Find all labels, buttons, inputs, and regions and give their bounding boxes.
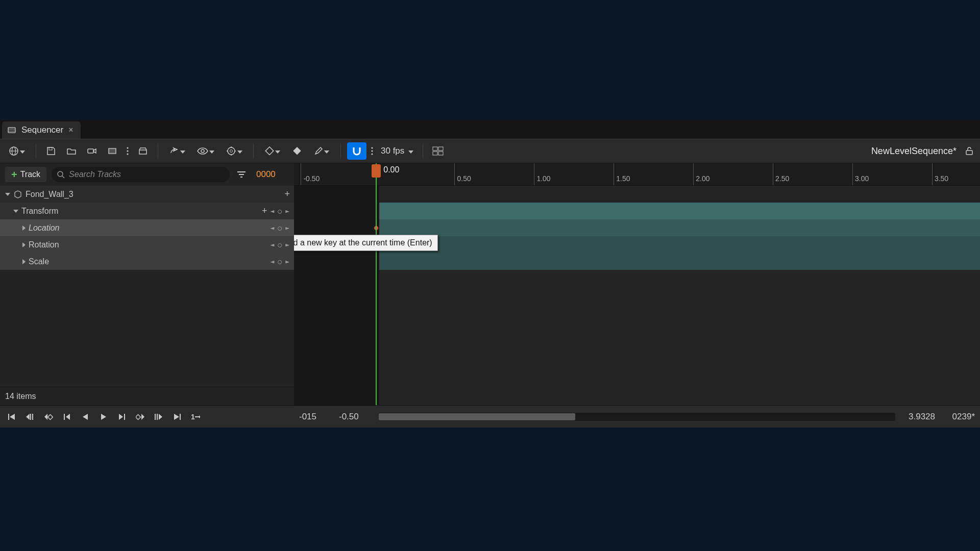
add-track-to-object-button[interactable]: + (284, 189, 290, 199)
range-scrollbar[interactable] (379, 413, 895, 421)
svg-rect-26 (433, 147, 437, 151)
transport-bar: 1 -015 -0.50 3.9328 0239* (0, 405, 980, 428)
range-bar: -015 -0.50 3.9328 0239* (294, 412, 980, 422)
tab-bar: Sequencer × (0, 120, 980, 139)
render-button[interactable] (104, 142, 121, 160)
expander-icon[interactable] (13, 210, 18, 213)
goto-start-button[interactable] (4, 409, 19, 424)
next-key-button[interactable]: ► (285, 224, 290, 232)
search-input[interactable] (69, 170, 225, 179)
svg-rect-7 (88, 149, 93, 153)
svg-rect-49 (136, 414, 140, 419)
prev-key-button[interactable]: ◄ (271, 241, 275, 248)
add-track-label: Track (20, 170, 40, 179)
camera-button[interactable] (83, 142, 101, 160)
ruler-tick: 1.50 (614, 163, 614, 185)
chevron-down-icon (408, 146, 413, 156)
chevron-down-icon (180, 146, 185, 156)
svg-rect-8 (109, 148, 116, 154)
step-forward-button[interactable] (114, 409, 130, 424)
lock-button[interactable] (963, 144, 976, 158)
tab-close-button[interactable]: × (68, 126, 73, 135)
transform-lane[interactable] (294, 203, 980, 219)
add-track-button[interactable]: + Track (5, 167, 46, 182)
object-row[interactable]: Fond_Wall_3 + (0, 186, 294, 203)
chevron-down-icon (209, 146, 214, 156)
svg-text:1: 1 (191, 413, 195, 420)
svg-point-23 (371, 147, 373, 148)
playhead[interactable] (376, 163, 377, 405)
add-key-button[interactable]: ○ (278, 241, 282, 248)
playback-dropdown[interactable] (222, 142, 247, 160)
edit-dropdown[interactable] (309, 142, 334, 160)
scrollbar-thumb[interactable] (379, 413, 575, 420)
property-label: Scale (29, 257, 49, 266)
scale-lane[interactable] (294, 253, 980, 270)
out-frame-field[interactable]: 0239* (944, 412, 975, 422)
location-row[interactable]: Location ◄ ○ ► (0, 219, 294, 236)
add-key-button[interactable]: ○ (278, 258, 282, 265)
prev-key-button[interactable] (41, 409, 56, 424)
svg-marker-45 (83, 414, 88, 420)
object-lane[interactable] (294, 186, 980, 203)
search-tracks-field[interactable] (52, 167, 230, 182)
step-back-section-button[interactable] (22, 409, 38, 424)
scale-row[interactable]: Scale ◄ ○ ► (0, 253, 294, 270)
render-options-button[interactable] (124, 142, 131, 160)
location-lane[interactable] (294, 219, 980, 236)
next-key-button[interactable]: ► (285, 258, 290, 265)
actions-dropdown[interactable] (164, 142, 190, 160)
transform-row[interactable]: Transform + ◄ ○ ► (0, 203, 294, 219)
svg-point-12 (127, 150, 128, 152)
world-dropdown[interactable] (4, 142, 30, 160)
snap-toggle[interactable] (347, 142, 366, 160)
add-key-button[interactable]: ○ (278, 224, 282, 232)
expander-icon[interactable] (22, 242, 26, 247)
play-reverse-button[interactable] (78, 409, 93, 424)
svg-rect-52 (157, 414, 158, 420)
director-button[interactable] (134, 142, 152, 160)
item-count-label: 14 items (5, 392, 36, 401)
view-dropdown[interactable] (193, 142, 218, 160)
chevron-down-icon (237, 146, 242, 156)
svg-point-16 (230, 150, 233, 153)
rotation-row[interactable]: Rotation ◄ ○ ► (0, 236, 294, 253)
timeline[interactable]: -0.500.501.001.502.002.503.003.50 0.00 (294, 163, 980, 405)
expander-icon[interactable] (22, 226, 26, 231)
fps-dropdown[interactable]: 30 fps (378, 146, 416, 156)
loop-button[interactable]: 1 (188, 409, 203, 424)
add-section-button[interactable]: + (262, 206, 267, 216)
current-frame-field[interactable]: 0000 (253, 169, 289, 180)
step-back-button[interactable] (59, 409, 75, 424)
step-forward-section-button[interactable] (151, 409, 166, 424)
save-button[interactable] (42, 142, 60, 160)
out-time-field[interactable]: 3.9328 (904, 412, 935, 422)
autokey-button[interactable] (288, 142, 306, 160)
browse-button[interactable] (63, 142, 80, 160)
prev-key-button[interactable]: ◄ (271, 224, 275, 232)
expander-icon[interactable] (5, 193, 10, 196)
prev-key-button[interactable]: ◄ (271, 207, 275, 215)
in-frame-field[interactable]: -015 (299, 412, 330, 422)
next-key-button[interactable] (133, 409, 148, 424)
key-interp-dropdown[interactable] (260, 142, 285, 160)
add-key-button[interactable]: ○ (278, 207, 282, 215)
expander-icon[interactable] (22, 259, 26, 264)
ruler-tick: -0.50 (301, 163, 301, 185)
next-key-button[interactable]: ► (285, 241, 290, 248)
snap-options-button[interactable] (370, 142, 375, 160)
prev-key-button[interactable]: ◄ (271, 258, 275, 265)
filter-button[interactable] (235, 168, 248, 181)
curve-editor-button[interactable] (429, 142, 447, 160)
goto-end-button[interactable] (169, 409, 185, 424)
tooltip: Add a new key at the current time (Enter… (294, 235, 438, 251)
play-button[interactable] (96, 409, 111, 424)
svg-marker-46 (101, 414, 106, 420)
search-icon (57, 170, 65, 179)
svg-rect-51 (155, 414, 156, 420)
next-key-button[interactable]: ► (285, 207, 290, 215)
in-time-field[interactable]: -0.50 (339, 412, 370, 422)
svg-rect-40 (32, 414, 33, 420)
playhead-handle[interactable] (372, 164, 381, 178)
sequencer-tab[interactable]: Sequencer × (2, 121, 81, 139)
